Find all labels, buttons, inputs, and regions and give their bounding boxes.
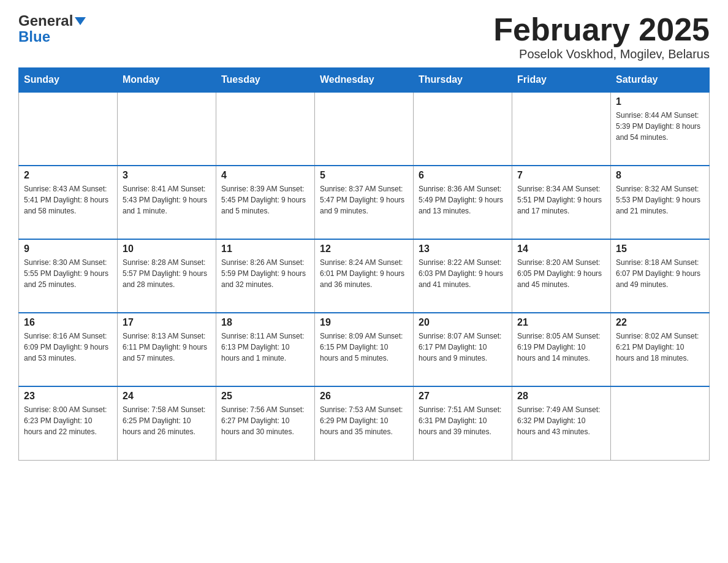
day-info: Sunrise: 8:43 AM Sunset: 5:41 PM Dayligh… — [24, 183, 112, 216]
week-row-5: 23Sunrise: 8:00 AM Sunset: 6:23 PM Dayli… — [19, 386, 710, 460]
month-title: February 2025 — [493, 12, 710, 47]
day-info: Sunrise: 8:22 AM Sunset: 6:03 PM Dayligh… — [419, 257, 507, 290]
day-info: Sunrise: 8:11 AM Sunset: 6:13 PM Dayligh… — [221, 331, 309, 364]
calendar-cell: 25Sunrise: 7:56 AM Sunset: 6:27 PM Dayli… — [216, 386, 315, 460]
calendar-cell: 11Sunrise: 8:26 AM Sunset: 5:59 PM Dayli… — [216, 239, 315, 313]
day-info: Sunrise: 8:05 AM Sunset: 6:19 PM Dayligh… — [517, 331, 605, 364]
day-number: 20 — [419, 317, 507, 328]
calendar-cell: 7Sunrise: 8:34 AM Sunset: 5:51 PM Daylig… — [512, 166, 611, 239]
day-info: Sunrise: 8:00 AM Sunset: 6:23 PM Dayligh… — [24, 404, 112, 437]
calendar-cell: 19Sunrise: 8:09 AM Sunset: 6:15 PM Dayli… — [315, 313, 414, 386]
week-row-3: 9Sunrise: 8:30 AM Sunset: 5:55 PM Daylig… — [19, 239, 710, 313]
calendar-header-row: SundayMondayTuesdayWednesdayThursdayFrid… — [19, 68, 710, 93]
calendar-cell: 12Sunrise: 8:24 AM Sunset: 6:01 PM Dayli… — [315, 239, 414, 313]
day-number: 28 — [517, 391, 605, 402]
calendar-cell: 22Sunrise: 8:02 AM Sunset: 6:21 PM Dayli… — [611, 313, 710, 386]
location: Poselok Voskhod, Mogilev, Belarus — [493, 47, 710, 61]
day-info: Sunrise: 8:18 AM Sunset: 6:07 PM Dayligh… — [616, 257, 704, 290]
day-info: Sunrise: 7:49 AM Sunset: 6:32 PM Dayligh… — [517, 404, 605, 437]
day-number: 11 — [221, 243, 309, 255]
calendar-cell — [19, 92, 118, 166]
column-header-sunday: Sunday — [19, 68, 118, 93]
calendar-cell: 21Sunrise: 8:05 AM Sunset: 6:19 PM Dayli… — [512, 313, 611, 386]
calendar-cell: 23Sunrise: 8:00 AM Sunset: 6:23 PM Dayli… — [19, 386, 118, 460]
day-info: Sunrise: 8:41 AM Sunset: 5:43 PM Dayligh… — [123, 183, 211, 216]
calendar-cell: 14Sunrise: 8:20 AM Sunset: 6:05 PM Dayli… — [512, 239, 611, 313]
day-info: Sunrise: 7:53 AM Sunset: 6:29 PM Dayligh… — [320, 404, 408, 437]
calendar-cell: 3Sunrise: 8:41 AM Sunset: 5:43 PM Daylig… — [118, 166, 216, 239]
day-number: 7 — [517, 170, 605, 181]
day-number: 15 — [616, 243, 704, 255]
calendar-cell — [611, 386, 710, 460]
day-number: 2 — [24, 170, 112, 181]
week-row-1: 1Sunrise: 8:44 AM Sunset: 5:39 PM Daylig… — [19, 92, 710, 166]
day-info: Sunrise: 8:02 AM Sunset: 6:21 PM Dayligh… — [616, 331, 704, 364]
day-number: 23 — [24, 391, 112, 402]
calendar-cell: 17Sunrise: 8:13 AM Sunset: 6:11 PM Dayli… — [118, 313, 216, 386]
day-info: Sunrise: 8:44 AM Sunset: 5:39 PM Dayligh… — [616, 110, 704, 143]
day-info: Sunrise: 8:09 AM Sunset: 6:15 PM Dayligh… — [320, 331, 408, 364]
day-info: Sunrise: 8:30 AM Sunset: 5:55 PM Dayligh… — [24, 257, 112, 290]
calendar-cell: 8Sunrise: 8:32 AM Sunset: 5:53 PM Daylig… — [611, 166, 710, 239]
week-row-4: 16Sunrise: 8:16 AM Sunset: 6:09 PM Dayli… — [19, 313, 710, 386]
calendar-cell: 18Sunrise: 8:11 AM Sunset: 6:13 PM Dayli… — [216, 313, 315, 386]
column-header-monday: Monday — [118, 68, 216, 93]
calendar-cell: 2Sunrise: 8:43 AM Sunset: 5:41 PM Daylig… — [19, 166, 118, 239]
day-number: 13 — [419, 243, 507, 255]
day-number: 5 — [320, 170, 408, 181]
day-number: 12 — [320, 243, 408, 255]
day-number: 19 — [320, 317, 408, 328]
calendar-cell: 15Sunrise: 8:18 AM Sunset: 6:07 PM Dayli… — [611, 239, 710, 313]
page-header: General Blue February 2025 Poselok Voskh… — [18, 12, 710, 61]
column-header-saturday: Saturday — [611, 68, 710, 93]
day-info: Sunrise: 8:34 AM Sunset: 5:51 PM Dayligh… — [517, 183, 605, 216]
column-header-thursday: Thursday — [414, 68, 512, 93]
day-info: Sunrise: 8:16 AM Sunset: 6:09 PM Dayligh… — [24, 331, 112, 364]
calendar-cell — [118, 92, 216, 166]
day-number: 14 — [517, 243, 605, 255]
calendar-cell: 20Sunrise: 8:07 AM Sunset: 6:17 PM Dayli… — [414, 313, 512, 386]
calendar-cell: 16Sunrise: 8:16 AM Sunset: 6:09 PM Dayli… — [19, 313, 118, 386]
day-number: 9 — [24, 243, 112, 255]
logo-line1: General — [18, 12, 87, 29]
calendar-cell: 4Sunrise: 8:39 AM Sunset: 5:45 PM Daylig… — [216, 166, 315, 239]
day-number: 10 — [123, 243, 211, 255]
day-number: 3 — [123, 170, 211, 181]
calendar-cell — [315, 92, 414, 166]
day-number: 6 — [419, 170, 507, 181]
column-header-friday: Friday — [512, 68, 611, 93]
day-info: Sunrise: 8:26 AM Sunset: 5:59 PM Dayligh… — [221, 257, 309, 290]
day-number: 17 — [123, 317, 211, 328]
day-info: Sunrise: 7:58 AM Sunset: 6:25 PM Dayligh… — [123, 404, 211, 437]
day-info: Sunrise: 8:37 AM Sunset: 5:47 PM Dayligh… — [320, 183, 408, 216]
day-info: Sunrise: 8:07 AM Sunset: 6:17 PM Dayligh… — [419, 331, 507, 364]
column-header-tuesday: Tuesday — [216, 68, 315, 93]
calendar-cell: 10Sunrise: 8:28 AM Sunset: 5:57 PM Dayli… — [118, 239, 216, 313]
calendar-cell: 28Sunrise: 7:49 AM Sunset: 6:32 PM Dayli… — [512, 386, 611, 460]
logo-triangle-icon — [75, 17, 86, 25]
day-info: Sunrise: 8:36 AM Sunset: 5:49 PM Dayligh… — [419, 183, 507, 216]
day-number: 8 — [616, 170, 704, 181]
logo-line2: Blue — [18, 29, 50, 44]
title-block: February 2025 Poselok Voskhod, Mogilev, … — [493, 12, 710, 61]
calendar-cell — [414, 92, 512, 166]
calendar-cell: 26Sunrise: 7:53 AM Sunset: 6:29 PM Dayli… — [315, 386, 414, 460]
day-number: 18 — [221, 317, 309, 328]
calendar-cell: 13Sunrise: 8:22 AM Sunset: 6:03 PM Dayli… — [414, 239, 512, 313]
day-number: 24 — [123, 391, 211, 402]
day-info: Sunrise: 7:51 AM Sunset: 6:31 PM Dayligh… — [419, 404, 507, 437]
day-number: 16 — [24, 317, 112, 328]
day-number: 27 — [419, 391, 507, 402]
day-info: Sunrise: 8:39 AM Sunset: 5:45 PM Dayligh… — [221, 183, 309, 216]
day-number: 21 — [517, 317, 605, 328]
calendar-cell — [216, 92, 315, 166]
day-info: Sunrise: 8:20 AM Sunset: 6:05 PM Dayligh… — [517, 257, 605, 290]
calendar-cell: 24Sunrise: 7:58 AM Sunset: 6:25 PM Dayli… — [118, 386, 216, 460]
calendar-cell — [512, 92, 611, 166]
day-number: 26 — [320, 391, 408, 402]
calendar-cell: 1Sunrise: 8:44 AM Sunset: 5:39 PM Daylig… — [611, 92, 710, 166]
calendar-cell: 9Sunrise: 8:30 AM Sunset: 5:55 PM Daylig… — [19, 239, 118, 313]
day-number: 25 — [221, 391, 309, 402]
day-info: Sunrise: 8:13 AM Sunset: 6:11 PM Dayligh… — [123, 331, 211, 364]
calendar-cell: 27Sunrise: 7:51 AM Sunset: 6:31 PM Dayli… — [414, 386, 512, 460]
